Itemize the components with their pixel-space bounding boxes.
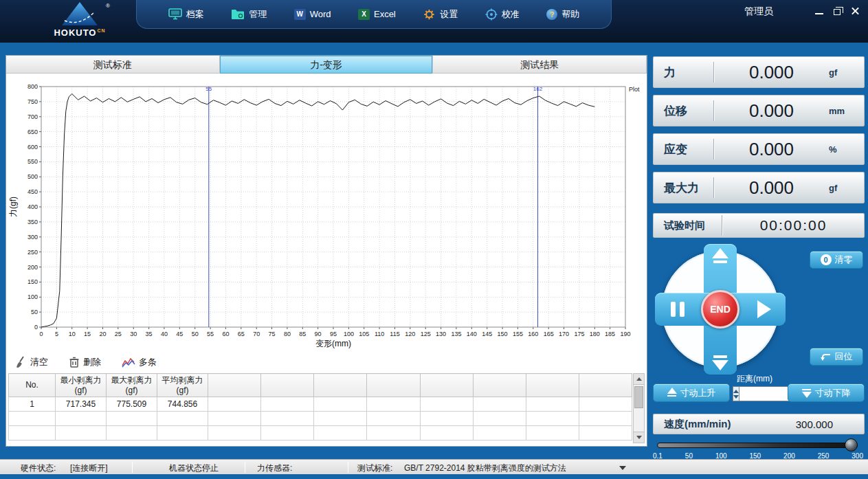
svg-text:0: 0 bbox=[34, 324, 38, 331]
menu-label-help: 帮助 bbox=[561, 8, 579, 21]
cell-empty bbox=[107, 426, 157, 441]
tab-test-standard[interactable]: 测试标准 bbox=[6, 56, 220, 74]
target-icon bbox=[485, 8, 498, 21]
menu-item-manage[interactable]: 管理 bbox=[231, 8, 267, 21]
menu-item-help[interactable]: ? 帮助 bbox=[546, 8, 579, 21]
svg-text:105: 105 bbox=[359, 331, 369, 337]
readout-unit: gf bbox=[829, 67, 865, 78]
cell-empty bbox=[420, 412, 473, 426]
svg-text:350: 350 bbox=[27, 219, 38, 225]
stepper-arrows[interactable] bbox=[733, 386, 739, 401]
timer-value: 00:00:00 bbox=[722, 217, 865, 234]
menu-item-settings[interactable]: 设置 bbox=[423, 8, 458, 21]
cell-empty bbox=[261, 412, 314, 426]
readout-value: 0.000 bbox=[714, 62, 829, 83]
multi-curve-button[interactable]: 多条 bbox=[122, 356, 157, 368]
scroll-up-icon[interactable] bbox=[634, 374, 644, 385]
multi-curve-label: 多条 bbox=[139, 356, 157, 368]
table-scrollbar[interactable] bbox=[633, 373, 645, 443]
speed-slider-knob[interactable] bbox=[845, 438, 858, 452]
col-header-unit: (gf) bbox=[157, 386, 208, 396]
speed-slider-track[interactable] bbox=[657, 443, 858, 448]
svg-text:40: 40 bbox=[161, 331, 168, 337]
cell-empty bbox=[9, 412, 56, 426]
pause-button[interactable] bbox=[671, 302, 685, 317]
restore-icon[interactable] bbox=[834, 9, 841, 15]
svg-text:185: 185 bbox=[605, 331, 615, 337]
delete-button[interactable]: 删除 bbox=[69, 356, 101, 368]
svg-text:600: 600 bbox=[27, 144, 38, 151]
cell-empty bbox=[473, 412, 526, 426]
brand-name: HOKUTOCN bbox=[44, 27, 115, 38]
test-standard-value: GB/T 2792-2014 胶粘带剥离强度的测试方法 bbox=[404, 463, 566, 474]
col-header-avg-peel: 平均剥离力(gf) bbox=[157, 374, 208, 397]
jog-down-button[interactable]: 寸动下降 bbox=[788, 383, 865, 402]
svg-text:150: 150 bbox=[498, 331, 508, 337]
gear-icon bbox=[423, 8, 436, 21]
distance-label: 距离(mm) bbox=[737, 373, 772, 385]
tab-test-results[interactable]: 测试结果 bbox=[433, 56, 647, 74]
jog-up-icon bbox=[667, 388, 677, 399]
jog-down-label: 寸动下降 bbox=[815, 387, 851, 399]
minimize-icon[interactable] bbox=[815, 13, 823, 14]
tab-force-deformation[interactable]: 力-变形 bbox=[220, 56, 434, 74]
svg-text:75: 75 bbox=[268, 331, 275, 337]
readout-label: 应变 bbox=[653, 142, 713, 157]
svg-text:400: 400 bbox=[27, 203, 38, 210]
svg-text:100: 100 bbox=[344, 331, 354, 337]
scrollbar-thumb[interactable] bbox=[634, 386, 643, 408]
cell-empty bbox=[526, 412, 579, 426]
stepper-down-icon[interactable] bbox=[733, 395, 739, 399]
svg-text:50: 50 bbox=[31, 309, 38, 315]
col-header-text: No. bbox=[9, 380, 55, 390]
divider bbox=[245, 462, 245, 473]
svg-text:85: 85 bbox=[299, 331, 306, 337]
menu-label-excel: Excel bbox=[374, 9, 396, 19]
brand-suffix: CN bbox=[97, 28, 105, 33]
cell-empty bbox=[526, 397, 579, 412]
menu-item-excel[interactable]: X Excel bbox=[358, 9, 396, 20]
machine-status-value: 停止 bbox=[202, 463, 219, 474]
zero-button[interactable]: 0 清零 bbox=[810, 251, 863, 269]
scroll-down-icon[interactable] bbox=[634, 432, 644, 443]
col-header-empty bbox=[579, 374, 632, 397]
svg-text:650: 650 bbox=[27, 129, 38, 135]
excel-icon: X bbox=[358, 9, 370, 20]
menu-item-calibrate[interactable]: 校准 bbox=[485, 8, 520, 21]
move-down-button[interactable] bbox=[712, 353, 728, 370]
svg-text:15: 15 bbox=[84, 331, 91, 337]
standard-dropdown-icon[interactable] bbox=[619, 466, 626, 470]
return-home-button[interactable]: 回位 bbox=[810, 348, 863, 366]
cell-empty bbox=[261, 397, 314, 412]
table-row-empty bbox=[9, 426, 632, 441]
stepper-up-icon[interactable] bbox=[733, 390, 739, 393]
play-button[interactable] bbox=[757, 300, 771, 318]
force-deformation-chart[interactable]: 0501001502002503003504004505005506006507… bbox=[7, 74, 646, 350]
cell-empty bbox=[314, 412, 367, 426]
machine-status-label: 机器状态: bbox=[169, 463, 204, 474]
brand-text: HOKUTO bbox=[54, 27, 96, 38]
jog-up-button[interactable]: 寸动上升 bbox=[653, 383, 730, 402]
svg-text:80: 80 bbox=[284, 331, 291, 337]
readout-displacement: 位移 0.000 mm bbox=[653, 95, 865, 126]
table-row[interactable]: 1 717.345 775.509 744.856 bbox=[9, 397, 632, 412]
svg-text:155: 155 bbox=[513, 331, 523, 337]
zero-icon: 0 bbox=[821, 254, 832, 265]
cell-min-peel: 717.345 bbox=[56, 397, 107, 412]
cell-empty bbox=[208, 412, 261, 426]
chart-panel: 测试标准 力-变形 测试结果 0501001502002503003504004… bbox=[5, 55, 647, 447]
cell-empty bbox=[157, 426, 208, 441]
close-icon[interactable] bbox=[851, 7, 860, 16]
move-up-button[interactable] bbox=[712, 248, 728, 265]
results-table: No. 最小剥离力(gf) 最大剥离力(gf) 平均剥离力(gf) 1 717.… bbox=[8, 373, 632, 441]
end-button[interactable]: END bbox=[701, 290, 739, 328]
menu-item-word[interactable]: W Word bbox=[294, 9, 331, 20]
col-header-min-peel: 最小剥离力(gf) bbox=[56, 374, 107, 397]
svg-text:145: 145 bbox=[482, 331, 492, 337]
svg-text:162: 162 bbox=[533, 86, 543, 92]
menu-item-archive[interactable]: 档案 bbox=[168, 8, 204, 21]
jog-control-pad: END bbox=[662, 251, 779, 368]
col-header-text: 最小剥离力 bbox=[56, 375, 106, 386]
timer-label: 试验时间 bbox=[653, 219, 722, 232]
clear-curves-button[interactable]: 清空 bbox=[14, 356, 48, 368]
